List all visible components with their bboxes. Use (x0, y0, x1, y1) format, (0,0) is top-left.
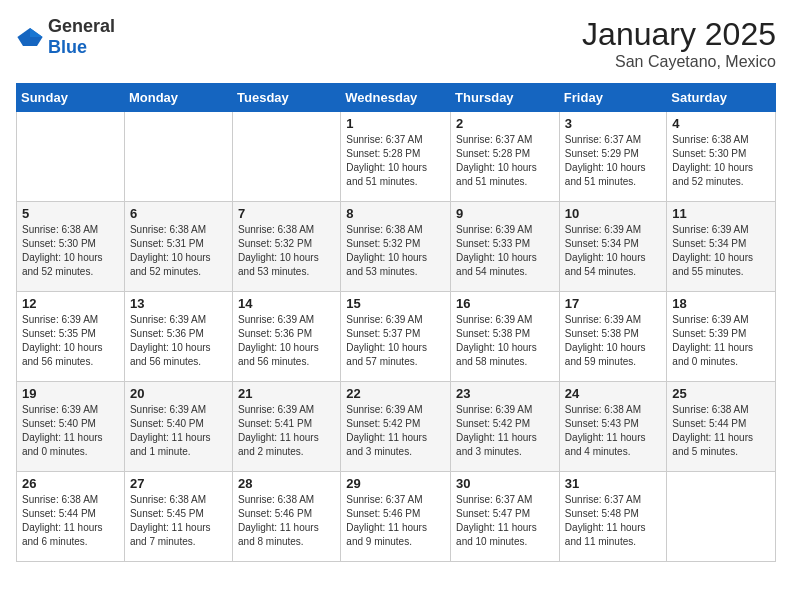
day-info: Sunrise: 6:39 AM Sunset: 5:38 PM Dayligh… (456, 313, 554, 369)
day-number: 31 (565, 476, 662, 491)
weekday-header-row: SundayMondayTuesdayWednesdayThursdayFrid… (17, 84, 776, 112)
day-number: 27 (130, 476, 227, 491)
day-info: Sunrise: 6:39 AM Sunset: 5:41 PM Dayligh… (238, 403, 335, 459)
day-info: Sunrise: 6:39 AM Sunset: 5:36 PM Dayligh… (130, 313, 227, 369)
calendar-cell: 6Sunrise: 6:38 AM Sunset: 5:31 PM Daylig… (124, 202, 232, 292)
day-number: 19 (22, 386, 119, 401)
day-info: Sunrise: 6:38 AM Sunset: 5:32 PM Dayligh… (346, 223, 445, 279)
month-title: January 2025 (582, 16, 776, 53)
day-info: Sunrise: 6:37 AM Sunset: 5:29 PM Dayligh… (565, 133, 662, 189)
day-info: Sunrise: 6:39 AM Sunset: 5:33 PM Dayligh… (456, 223, 554, 279)
calendar-week-row: 1Sunrise: 6:37 AM Sunset: 5:28 PM Daylig… (17, 112, 776, 202)
day-number: 15 (346, 296, 445, 311)
calendar-cell: 23Sunrise: 6:39 AM Sunset: 5:42 PM Dayli… (451, 382, 560, 472)
day-info: Sunrise: 6:39 AM Sunset: 5:39 PM Dayligh… (672, 313, 770, 369)
day-number: 18 (672, 296, 770, 311)
calendar-cell: 4Sunrise: 6:38 AM Sunset: 5:30 PM Daylig… (667, 112, 776, 202)
day-info: Sunrise: 6:37 AM Sunset: 5:28 PM Dayligh… (346, 133, 445, 189)
day-number: 14 (238, 296, 335, 311)
logo-text: General Blue (48, 16, 115, 58)
calendar-week-row: 5Sunrise: 6:38 AM Sunset: 5:30 PM Daylig… (17, 202, 776, 292)
logo-general: General (48, 16, 115, 36)
calendar-cell: 26Sunrise: 6:38 AM Sunset: 5:44 PM Dayli… (17, 472, 125, 562)
calendar-cell: 22Sunrise: 6:39 AM Sunset: 5:42 PM Dayli… (341, 382, 451, 472)
weekday-header-wednesday: Wednesday (341, 84, 451, 112)
calendar-cell: 11Sunrise: 6:39 AM Sunset: 5:34 PM Dayli… (667, 202, 776, 292)
logo: General Blue (16, 16, 115, 58)
calendar-week-row: 26Sunrise: 6:38 AM Sunset: 5:44 PM Dayli… (17, 472, 776, 562)
day-number: 12 (22, 296, 119, 311)
day-number: 7 (238, 206, 335, 221)
day-info: Sunrise: 6:38 AM Sunset: 5:45 PM Dayligh… (130, 493, 227, 549)
day-info: Sunrise: 6:39 AM Sunset: 5:42 PM Dayligh… (456, 403, 554, 459)
calendar-cell: 12Sunrise: 6:39 AM Sunset: 5:35 PM Dayli… (17, 292, 125, 382)
day-info: Sunrise: 6:39 AM Sunset: 5:34 PM Dayligh… (672, 223, 770, 279)
day-number: 16 (456, 296, 554, 311)
calendar-cell: 20Sunrise: 6:39 AM Sunset: 5:40 PM Dayli… (124, 382, 232, 472)
svg-marker-1 (30, 28, 43, 37)
weekday-header-tuesday: Tuesday (233, 84, 341, 112)
weekday-header-friday: Friday (559, 84, 667, 112)
day-number: 21 (238, 386, 335, 401)
day-info: Sunrise: 6:38 AM Sunset: 5:44 PM Dayligh… (22, 493, 119, 549)
calendar-cell: 5Sunrise: 6:38 AM Sunset: 5:30 PM Daylig… (17, 202, 125, 292)
calendar-cell: 14Sunrise: 6:39 AM Sunset: 5:36 PM Dayli… (233, 292, 341, 382)
day-number: 3 (565, 116, 662, 131)
day-number: 1 (346, 116, 445, 131)
day-number: 8 (346, 206, 445, 221)
weekday-header-sunday: Sunday (17, 84, 125, 112)
day-info: Sunrise: 6:39 AM Sunset: 5:36 PM Dayligh… (238, 313, 335, 369)
calendar-cell: 16Sunrise: 6:39 AM Sunset: 5:38 PM Dayli… (451, 292, 560, 382)
location-title: San Cayetano, Mexico (582, 53, 776, 71)
weekday-header-thursday: Thursday (451, 84, 560, 112)
calendar-cell: 25Sunrise: 6:38 AM Sunset: 5:44 PM Dayli… (667, 382, 776, 472)
weekday-header-monday: Monday (124, 84, 232, 112)
day-number: 6 (130, 206, 227, 221)
day-number: 9 (456, 206, 554, 221)
calendar-cell (233, 112, 341, 202)
generalblue-logo-icon (16, 26, 44, 48)
calendar-cell: 27Sunrise: 6:38 AM Sunset: 5:45 PM Dayli… (124, 472, 232, 562)
calendar-week-row: 12Sunrise: 6:39 AM Sunset: 5:35 PM Dayli… (17, 292, 776, 382)
calendar-cell: 1Sunrise: 6:37 AM Sunset: 5:28 PM Daylig… (341, 112, 451, 202)
calendar-cell: 2Sunrise: 6:37 AM Sunset: 5:28 PM Daylig… (451, 112, 560, 202)
calendar-cell: 30Sunrise: 6:37 AM Sunset: 5:47 PM Dayli… (451, 472, 560, 562)
day-number: 2 (456, 116, 554, 131)
calendar-cell (667, 472, 776, 562)
calendar-cell: 19Sunrise: 6:39 AM Sunset: 5:40 PM Dayli… (17, 382, 125, 472)
day-number: 24 (565, 386, 662, 401)
day-info: Sunrise: 6:38 AM Sunset: 5:46 PM Dayligh… (238, 493, 335, 549)
calendar-cell: 24Sunrise: 6:38 AM Sunset: 5:43 PM Dayli… (559, 382, 667, 472)
day-info: Sunrise: 6:38 AM Sunset: 5:30 PM Dayligh… (672, 133, 770, 189)
day-info: Sunrise: 6:37 AM Sunset: 5:28 PM Dayligh… (456, 133, 554, 189)
calendar-week-row: 19Sunrise: 6:39 AM Sunset: 5:40 PM Dayli… (17, 382, 776, 472)
calendar-cell: 29Sunrise: 6:37 AM Sunset: 5:46 PM Dayli… (341, 472, 451, 562)
day-number: 22 (346, 386, 445, 401)
day-number: 23 (456, 386, 554, 401)
calendar-cell: 31Sunrise: 6:37 AM Sunset: 5:48 PM Dayli… (559, 472, 667, 562)
day-info: Sunrise: 6:38 AM Sunset: 5:43 PM Dayligh… (565, 403, 662, 459)
day-info: Sunrise: 6:39 AM Sunset: 5:42 PM Dayligh… (346, 403, 445, 459)
day-info: Sunrise: 6:37 AM Sunset: 5:46 PM Dayligh… (346, 493, 445, 549)
day-info: Sunrise: 6:37 AM Sunset: 5:48 PM Dayligh… (565, 493, 662, 549)
page-header: General Blue January 2025 San Cayetano, … (16, 16, 776, 71)
day-number: 26 (22, 476, 119, 491)
calendar-cell: 18Sunrise: 6:39 AM Sunset: 5:39 PM Dayli… (667, 292, 776, 382)
day-number: 13 (130, 296, 227, 311)
day-number: 28 (238, 476, 335, 491)
calendar-cell (124, 112, 232, 202)
day-info: Sunrise: 6:39 AM Sunset: 5:37 PM Dayligh… (346, 313, 445, 369)
calendar-cell: 15Sunrise: 6:39 AM Sunset: 5:37 PM Dayli… (341, 292, 451, 382)
day-number: 17 (565, 296, 662, 311)
weekday-header-saturday: Saturday (667, 84, 776, 112)
day-info: Sunrise: 6:38 AM Sunset: 5:30 PM Dayligh… (22, 223, 119, 279)
day-number: 25 (672, 386, 770, 401)
calendar-cell: 10Sunrise: 6:39 AM Sunset: 5:34 PM Dayli… (559, 202, 667, 292)
day-info: Sunrise: 6:37 AM Sunset: 5:47 PM Dayligh… (456, 493, 554, 549)
calendar-cell: 28Sunrise: 6:38 AM Sunset: 5:46 PM Dayli… (233, 472, 341, 562)
calendar-cell: 13Sunrise: 6:39 AM Sunset: 5:36 PM Dayli… (124, 292, 232, 382)
day-number: 10 (565, 206, 662, 221)
day-number: 20 (130, 386, 227, 401)
day-info: Sunrise: 6:38 AM Sunset: 5:31 PM Dayligh… (130, 223, 227, 279)
day-number: 29 (346, 476, 445, 491)
